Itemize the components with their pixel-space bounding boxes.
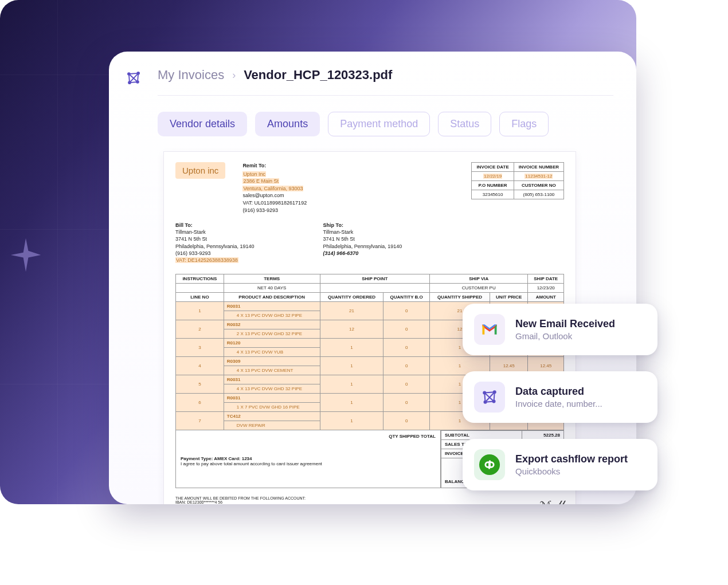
- vendor-name-highlight: Upton inc: [175, 162, 225, 179]
- qb-icon: [474, 449, 505, 480]
- tab-vendor-details[interactable]: Vendor details: [158, 112, 247, 136]
- ship-to-block: Ship To: Tillman-Stark 3741 N 5th St Phi…: [323, 222, 402, 264]
- tab-status[interactable]: Status: [438, 112, 491, 136]
- breadcrumb-parent[interactable]: My Invoices: [158, 68, 224, 83]
- mail-icon: [474, 314, 505, 345]
- net-icon: [474, 382, 505, 413]
- card-subtitle: Quickbooks: [515, 466, 628, 476]
- card-subtitle: Gmail, Outlook: [515, 331, 615, 341]
- breadcrumb-current: Vendor_HCP_120323.pdf: [244, 68, 392, 83]
- card-data-captured[interactable]: Data captured Invoice date, number...: [463, 371, 657, 423]
- tab-flags[interactable]: Flags: [499, 112, 549, 136]
- app-logo-icon: [126, 70, 142, 86]
- card-title: Export cashflow report: [515, 453, 628, 465]
- side-rail: [109, 52, 158, 504]
- breadcrumb: My Invoices › Vendor_HCP_120323.pdf: [158, 68, 613, 96]
- signature: ℳ𝒶𝓁𝓁: [539, 498, 565, 504]
- card-title: New Email Received: [515, 318, 615, 330]
- bill-to-block: Bill To: Tillman-Stark 3741 N 5th St Phi…: [175, 222, 255, 264]
- tab-payment-method[interactable]: Payment method: [328, 112, 430, 136]
- tab-bar: Vendor detailsAmountsPayment methodStatu…: [158, 112, 613, 136]
- invoice-meta-table: INVOICE DATEINVOICE NUMBER 12/22/1911234…: [471, 162, 564, 199]
- tab-amounts[interactable]: Amounts: [255, 112, 320, 136]
- integration-cards: New Email Received Gmail, Outlook Data c…: [463, 304, 657, 490]
- sparkle-icon: [6, 235, 46, 275]
- invoice-footer: THE AMOUNT WILL BE DEBITED FROM THE FOLL…: [175, 496, 564, 504]
- chevron-right-icon: ›: [232, 69, 236, 81]
- remit-to-block: Remit To: Upton Inc 2386 E Main St Ventu…: [242, 162, 307, 214]
- card-subtitle: Invoice date, number...: [515, 399, 602, 409]
- card-new-email-received[interactable]: New Email Received Gmail, Outlook: [463, 304, 657, 355]
- card-title: Data captured: [515, 386, 602, 398]
- card-export-cashflow-report[interactable]: Export cashflow report Quickbooks: [463, 439, 657, 490]
